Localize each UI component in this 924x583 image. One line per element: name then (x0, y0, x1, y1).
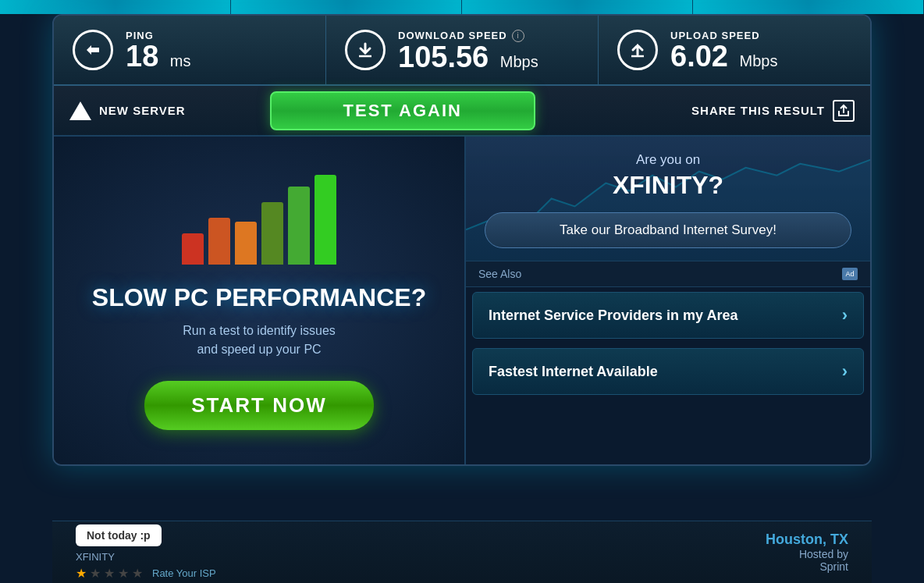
test-again-button[interactable]: TEST AGAIN (270, 91, 535, 130)
location-info: Houston, TX Hosted by Sprint (766, 531, 848, 573)
bar-4 (261, 202, 283, 265)
upload-info: UPLOAD SPEED 6.02 Mbps (670, 30, 777, 71)
share-icon (833, 100, 855, 122)
bar-5 (288, 187, 310, 265)
location-city: Houston, TX (766, 531, 848, 548)
right-panel: Are you on XFINITY? Take our Broadband I… (464, 137, 870, 464)
see-also-bar: See Also Ad (466, 261, 870, 287)
ping-info: PING 18 ms (126, 30, 191, 71)
ad-link-isp-arrow: › (842, 305, 848, 325)
upload-icon (617, 30, 658, 70)
download-unit: Mbps (500, 53, 538, 70)
upload-value: 6.02 Mbps (670, 41, 777, 71)
location-host: Hosted by Sprint (766, 548, 848, 573)
bottom-bar: Not today :p XFINITY ★ ★ ★ ★ ★ Rate Your… (52, 521, 872, 583)
ping-unit: ms (170, 52, 191, 69)
left-panel: SLOW PC PERFORMANCE? Run a test to ident… (54, 137, 464, 464)
ad-icon: Ad (842, 268, 858, 280)
bar-1 (182, 233, 204, 265)
are-you-on-label: Are you on (485, 152, 851, 168)
content-area: SLOW PC PERFORMANCE? Run a test to ident… (54, 137, 870, 464)
see-also-label: See Also (478, 268, 521, 280)
star-3: ★ (104, 566, 115, 581)
ping-block: PING 18 ms (54, 16, 326, 84)
upload-unit: Mbps (740, 52, 778, 69)
xfinity-name: XFINITY? (485, 171, 851, 200)
new-server-button[interactable]: NEW SERVER (69, 101, 186, 120)
download-info-icon[interactable]: i (512, 30, 524, 42)
star-1: ★ (76, 566, 87, 581)
hosted-by-label: Hosted by (799, 548, 848, 560)
triangle-icon (69, 101, 91, 120)
ad-link-fastest-text: Fastest Internet Available (489, 364, 658, 380)
host-name: Sprint (819, 560, 848, 573)
rate-isp-link[interactable]: Rate Your ISP (152, 567, 216, 579)
stats-row: PING 18 ms DOWNLOAD SPEED i (54, 16, 870, 86)
star-rating: ★ ★ ★ ★ ★ Rate Your ISP (76, 566, 216, 581)
download-label: DOWNLOAD SPEED (398, 30, 507, 41)
ad-link-fastest-arrow: › (842, 361, 848, 382)
main-container: PING 18 ms DOWNLOAD SPEED i (52, 14, 872, 466)
isp-info: Not today :p XFINITY ★ ★ ★ ★ ★ Rate Your… (76, 524, 216, 581)
not-today-badge: Not today :p (76, 524, 162, 546)
upload-block: UPLOAD SPEED 6.02 Mbps (599, 16, 870, 84)
slow-pc-subtitle: Run a test to identify issuesand speed u… (183, 322, 336, 359)
start-now-button[interactable]: START NOW (144, 381, 374, 430)
top-bar-segment (231, 0, 462, 14)
ping-icon (73, 30, 113, 70)
bar-2 (208, 218, 230, 265)
top-bar-segment (462, 0, 693, 14)
download-block: DOWNLOAD SPEED i 105.56 Mbps (326, 16, 599, 84)
share-result-button[interactable]: SHARE THIS RESULT (691, 100, 855, 122)
share-result-label: SHARE THIS RESULT (691, 104, 825, 117)
top-bar-segment (0, 0, 231, 14)
ad-link-fastest[interactable]: Fastest Internet Available › (472, 348, 864, 395)
download-info: DOWNLOAD SPEED i 105.56 Mbps (398, 28, 538, 72)
bar-6 (315, 175, 336, 265)
ping-value: 18 ms (126, 41, 191, 71)
top-bar-segment (693, 0, 924, 14)
action-row: NEW SERVER TEST AGAIN SHARE THIS RESULT (54, 86, 870, 137)
ad-link-isp[interactable]: Internet Service Providers in my Area › (472, 292, 864, 339)
top-bar (0, 0, 924, 14)
slow-pc-title: SLOW PC PERFORMANCE? (92, 283, 426, 312)
star-5: ★ (132, 566, 143, 581)
survey-button[interactable]: Take our Broadband Internet Survey! (485, 212, 851, 248)
ad-link-isp-text: Internet Service Providers in my Area (489, 307, 737, 324)
download-icon (345, 30, 386, 70)
xfinity-card: Are you on XFINITY? Take our Broadband I… (466, 137, 870, 261)
star-2: ★ (90, 566, 101, 581)
xfinity-text: Are you on XFINITY? Take our Broadband I… (485, 152, 851, 248)
bar-3 (235, 222, 257, 265)
star-4: ★ (118, 566, 129, 581)
download-value: 105.56 Mbps (398, 42, 538, 72)
isp-name: XFINITY (76, 551, 216, 563)
new-server-label: NEW SERVER (99, 104, 186, 117)
bar-chart (182, 171, 336, 265)
